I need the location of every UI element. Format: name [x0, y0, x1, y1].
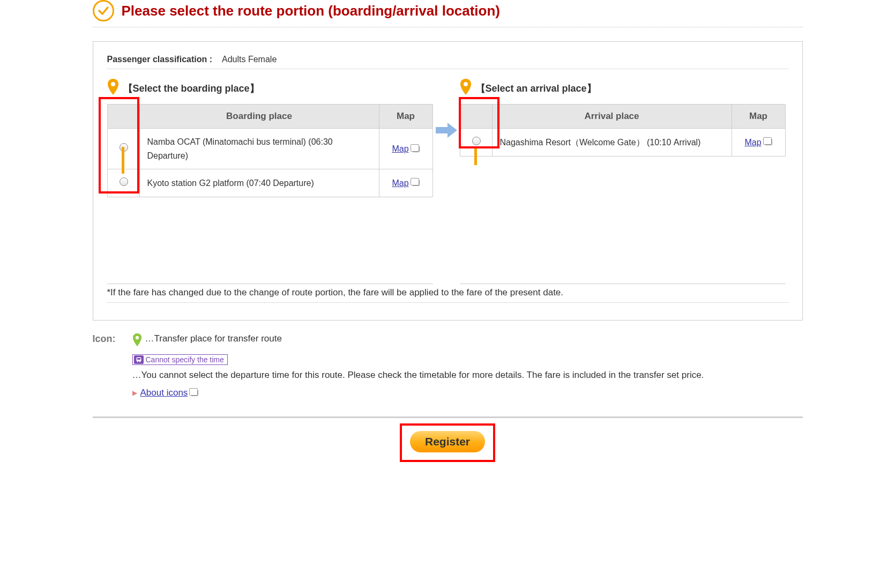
- arrival-col-place: Arrival place: [492, 105, 732, 129]
- boarding-col-map: Map: [379, 105, 432, 129]
- svg-rect-4: [137, 358, 140, 360]
- boarding-table: Boarding place Map Namba OCAT (Minatomac…: [107, 104, 433, 197]
- arrival-col-map: Map: [732, 105, 785, 129]
- arrival-radio-0[interactable]: [472, 137, 481, 145]
- route-connector: [122, 147, 124, 174]
- arrival-heading: 【Select an arrival place】: [476, 82, 596, 95]
- divider: [107, 69, 788, 69]
- boarding-place-1: Kyoto station G2 platform (07:40 Departu…: [139, 169, 379, 197]
- boarding-col-place: Boarding place: [139, 105, 379, 129]
- popup-icon: [191, 390, 198, 396]
- svg-point-2: [135, 336, 138, 339]
- bus-icon: [134, 355, 144, 364]
- arrival-table: Arrival place Map Nagashima Resort（Welco…: [460, 104, 786, 157]
- about-icons-link[interactable]: About icons: [140, 388, 188, 398]
- pin-green-icon: [132, 333, 142, 349]
- svg-point-0: [111, 82, 115, 86]
- cannot-specify-tag: Cannot specify the time: [132, 354, 228, 365]
- boarding-map-link-1[interactable]: Map: [392, 176, 419, 190]
- page-title: Please select the route portion (boardin…: [122, 3, 500, 19]
- legend-label: Icon:: [93, 333, 124, 404]
- popup-icon: [765, 139, 772, 145]
- route-connector: [474, 147, 477, 165]
- arrow-right-icon: [436, 122, 457, 141]
- legend-transfer-text: …Transfer place for transfer route: [145, 333, 282, 344]
- legend-tag-desc: …You cannot select the departure time fo…: [132, 368, 704, 382]
- register-button[interactable]: Register: [410, 431, 485, 452]
- table-row: Nagashima Resort（Welcome Gate） (10:10 Ar…: [460, 129, 785, 157]
- fare-note: *If the fare has changed due to the chan…: [107, 287, 788, 298]
- svg-point-1: [464, 82, 468, 86]
- popup-icon: [412, 180, 420, 186]
- boarding-heading: 【Select the boarding place】: [123, 82, 259, 95]
- divider: [93, 416, 803, 418]
- arrival-map-link-0[interactable]: Map: [744, 136, 772, 150]
- divider: [93, 27, 803, 27]
- svg-point-6: [139, 361, 140, 362]
- boarding-map-link-0[interactable]: Map: [392, 142, 419, 156]
- svg-point-5: [137, 361, 138, 362]
- popup-icon: [412, 146, 420, 152]
- table-row: Namba OCAT (Minatomachi bus terminal) (0…: [107, 129, 432, 169]
- boarding-radio-1[interactable]: [120, 177, 128, 186]
- route-panel: Passenger classification : Adults Female…: [93, 41, 803, 321]
- boarding-place-0: Namba OCAT (Minatomachi bus terminal) (0…: [139, 129, 379, 169]
- divider: [107, 302, 788, 303]
- passenger-value: Adults Female: [222, 55, 277, 64]
- check-icon: [93, 0, 114, 21]
- pin-icon: [460, 79, 472, 98]
- passenger-label: Passenger classification :: [107, 55, 213, 64]
- triangle-icon: ▶: [132, 389, 137, 397]
- arrival-place-0: Nagashima Resort（Welcome Gate） (10:10 Ar…: [492, 129, 732, 157]
- table-row: Kyoto station G2 platform (07:40 Departu…: [107, 169, 432, 197]
- pin-icon: [107, 79, 119, 98]
